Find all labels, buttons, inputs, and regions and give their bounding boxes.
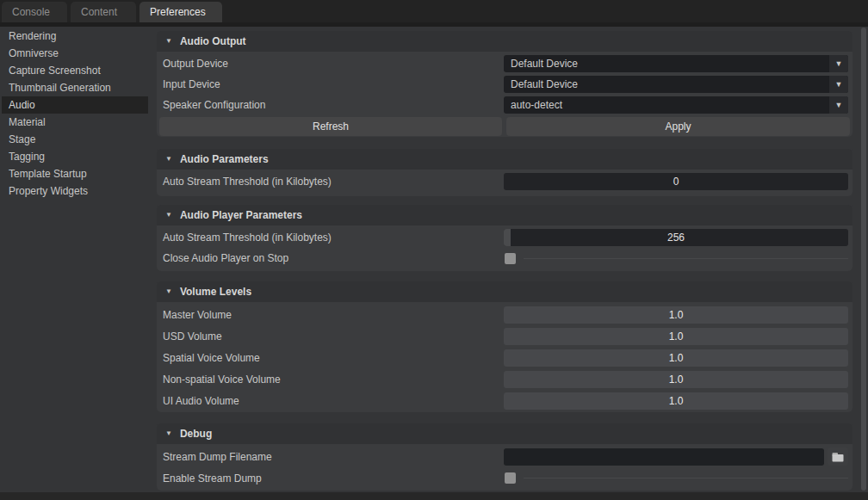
- section-audio-player-parameters: ▼ Audio Player Parameters Auto Stream Th…: [157, 205, 852, 271]
- section-title: Volume Levels: [180, 286, 251, 298]
- stream-dump-filename-label: Stream Dump Filename: [159, 451, 504, 463]
- player-stream-threshold-label: Auto Stream Threshold (in Kilobytes): [159, 231, 504, 244]
- tab-preferences[interactable]: Preferences: [140, 2, 222, 22]
- speaker-configuration-label: Speaker Configuration: [159, 99, 504, 111]
- nonspatial-voice-volume-slider[interactable]: 1.0: [504, 371, 848, 388]
- row-close-audio-player: Close Audio Player on Stop: [159, 248, 850, 269]
- section-volume-levels: ▼ Volume Levels Master Volume 1.0 USD Vo…: [157, 281, 852, 412]
- row-input-device: Input Device Default Device ▼: [159, 74, 850, 95]
- row-usd-volume: USD Volume 1.0: [159, 325, 850, 347]
- row-enable-stream-dump: Enable Stream Dump: [159, 467, 850, 489]
- browse-file-button[interactable]: [828, 448, 848, 466]
- collapse-arrow-icon: ▼: [165, 287, 172, 295]
- window-bottom-edge: [0, 492, 868, 500]
- dropdown-arrow-icon: ▼: [829, 76, 848, 93]
- row-nonspatial-voice-volume: Non-spatial Voice Volume 1.0: [159, 368, 850, 390]
- spatial-voice-volume-label: Spatial Voice Volume: [159, 352, 504, 364]
- row-player-stream-threshold: Auto Stream Threshold (in Kilobytes) 256: [159, 227, 850, 248]
- sidebar-item-omniverse[interactable]: Omniverse: [2, 45, 148, 62]
- tab-console[interactable]: Console: [2, 2, 67, 22]
- enable-stream-dump-checkbox[interactable]: [505, 472, 516, 484]
- output-device-value: Default Device: [504, 58, 578, 70]
- row-stream-dump-filename: Stream Dump Filename: [159, 446, 850, 467]
- auto-stream-threshold-label: Auto Stream Threshold (in Kilobytes): [159, 176, 504, 188]
- input-device-label: Input Device: [159, 78, 504, 90]
- sidebar-item-template-startup[interactable]: Template Startup: [2, 165, 148, 182]
- nonspatial-voice-volume-label: Non-spatial Voice Volume: [159, 373, 504, 386]
- preferences-sidebar: Rendering Omniverse Capture Screenshot T…: [0, 28, 152, 200]
- collapse-arrow-icon: ▼: [165, 429, 172, 437]
- tab-console-label: Console: [12, 6, 50, 18]
- usd-volume-slider[interactable]: 1.0: [504, 328, 848, 345]
- tab-preferences-label: Preferences: [150, 6, 206, 18]
- close-audio-player-label: Close Audio Player on Stop: [159, 252, 504, 264]
- sidebar-item-thumbnail-generation[interactable]: Thumbnail Generation: [2, 79, 148, 96]
- collapse-arrow-icon: ▼: [165, 37, 172, 45]
- speaker-configuration-value: auto-detect: [504, 99, 562, 111]
- section-audio-output-header[interactable]: ▼ Audio Output: [157, 31, 852, 52]
- sidebar-item-stage[interactable]: Stage: [2, 131, 148, 148]
- output-device-label: Output Device: [159, 58, 504, 70]
- section-audio-parameters-header[interactable]: ▼ Audio Parameters: [157, 149, 852, 170]
- collapse-arrow-icon: ▼: [165, 155, 172, 163]
- usd-volume-value: 1.0: [669, 330, 684, 343]
- folder-icon: [832, 452, 844, 462]
- master-volume-label: Master Volume: [159, 309, 504, 321]
- spatial-voice-volume-value: 1.0: [669, 352, 684, 364]
- section-volume-levels-header[interactable]: ▼ Volume Levels: [157, 281, 852, 302]
- drag-fill-handle: [504, 229, 511, 246]
- vertical-scrollbar[interactable]: [861, 28, 866, 491]
- row-master-volume: Master Volume 1.0: [159, 304, 850, 325]
- nonspatial-voice-volume-value: 1.0: [669, 373, 684, 386]
- section-title: Debug: [180, 428, 212, 440]
- spatial-voice-volume-slider[interactable]: 1.0: [504, 349, 848, 367]
- ui-audio-volume-slider[interactable]: 1.0: [504, 392, 848, 410]
- section-audio-parameters: ▼ Audio Parameters Auto Stream Threshold…: [157, 149, 852, 196]
- section-title: Audio Output: [180, 35, 246, 47]
- player-stream-threshold-field[interactable]: 256: [504, 229, 848, 246]
- sidebar-item-audio[interactable]: Audio: [2, 96, 148, 114]
- usd-volume-label: USD Volume: [159, 330, 504, 343]
- tabbar-divider: [0, 22, 868, 27]
- apply-button[interactable]: Apply: [506, 117, 850, 136]
- close-audio-player-checkbox[interactable]: [505, 253, 516, 264]
- master-volume-slider[interactable]: 1.0: [504, 306, 848, 324]
- speaker-configuration-dropdown[interactable]: auto-detect ▼: [504, 96, 848, 114]
- section-debug: ▼ Debug Stream Dump Filename Enable Stre…: [157, 423, 852, 491]
- section-audio-player-parameters-header[interactable]: ▼ Audio Player Parameters: [157, 205, 852, 225]
- row-rule-line: [524, 478, 848, 478]
- tab-bar: Console Content Preferences: [0, 0, 868, 22]
- row-output-device: Output Device Default Device ▼: [159, 53, 850, 74]
- auto-stream-threshold-field[interactable]: 0: [504, 173, 848, 190]
- ui-audio-volume-value: 1.0: [669, 395, 684, 407]
- row-ui-audio-volume: UI Audio Volume 1.0: [159, 390, 850, 411]
- sidebar-item-tagging[interactable]: Tagging: [2, 148, 148, 165]
- enable-stream-dump-label: Enable Stream Dump: [159, 472, 504, 485]
- input-device-dropdown[interactable]: Default Device ▼: [504, 76, 848, 93]
- ui-audio-volume-label: UI Audio Volume: [159, 395, 504, 407]
- player-stream-threshold-value: 256: [667, 231, 685, 244]
- sidebar-item-material[interactable]: Material: [2, 114, 148, 131]
- sidebar-item-property-widgets[interactable]: Property Widgets: [2, 182, 148, 200]
- audio-output-buttons: Refresh Apply: [159, 117, 850, 136]
- output-device-dropdown[interactable]: Default Device ▼: [504, 55, 848, 72]
- tab-content[interactable]: Content: [71, 2, 136, 22]
- section-debug-header[interactable]: ▼ Debug: [157, 423, 852, 444]
- section-audio-output: ▼ Audio Output Output Device Default Dev…: [157, 31, 852, 137]
- dropdown-arrow-icon: ▼: [829, 55, 848, 72]
- row-spatial-voice-volume: Spatial Voice Volume 1.0: [159, 347, 850, 368]
- master-volume-value: 1.0: [669, 309, 684, 321]
- collapse-arrow-icon: ▼: [165, 211, 172, 219]
- sidebar-item-capture-screenshot[interactable]: Capture Screenshot: [2, 62, 148, 79]
- section-title: Audio Player Parameters: [180, 209, 302, 221]
- row-auto-stream-threshold: Auto Stream Threshold (in Kilobytes) 0: [159, 171, 850, 192]
- row-speaker-configuration: Speaker Configuration auto-detect ▼: [159, 95, 850, 115]
- stream-dump-filename-input[interactable]: [504, 448, 824, 466]
- sidebar-item-rendering[interactable]: Rendering: [2, 28, 148, 45]
- auto-stream-threshold-value: 0: [673, 176, 679, 188]
- row-rule-line: [524, 258, 848, 259]
- input-device-value: Default Device: [504, 78, 578, 90]
- section-title: Audio Parameters: [180, 153, 269, 165]
- dropdown-arrow-icon: ▼: [829, 96, 848, 114]
- refresh-button[interactable]: Refresh: [159, 117, 502, 136]
